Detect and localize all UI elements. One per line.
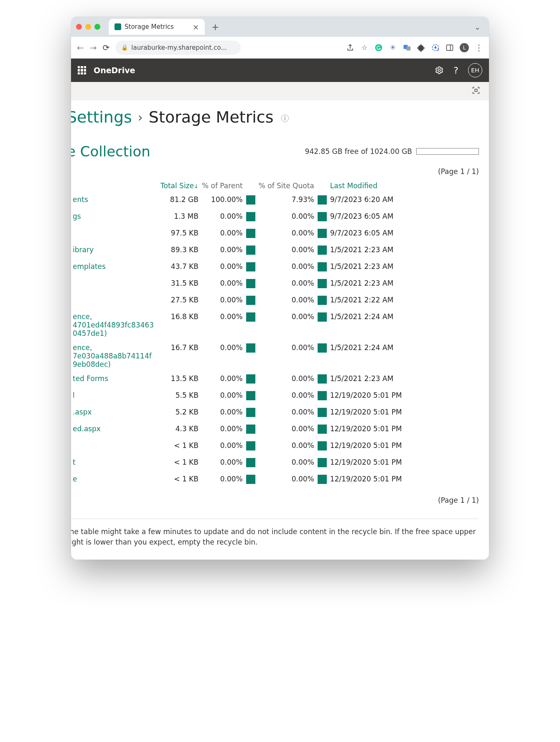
quota-text: 942.85 GB free of 1024.00 GB xyxy=(305,147,412,156)
col-pct-parent[interactable]: % of Parent xyxy=(200,179,244,192)
browser-tabbar: Storage Metrics × + ⌄ xyxy=(71,17,489,37)
row-name-link[interactable] xyxy=(71,293,159,310)
browser-toolbar: ← → ⟳ 🔒 lauraburke-my.sharepoint.co... ☆… xyxy=(71,37,489,59)
row-last-modified: 9/7/2023 6:20 AM xyxy=(328,192,479,209)
row-name-link[interactable]: ibrary xyxy=(71,243,159,259)
row-name-link[interactable]: e xyxy=(71,472,159,489)
row-quota-bar xyxy=(316,455,328,472)
row-parent-bar xyxy=(244,243,257,259)
row-size: 97.5 KB xyxy=(159,226,200,243)
row-pct-parent: 0.00% xyxy=(200,226,244,243)
row-size: < 1 KB xyxy=(159,472,200,489)
bookmark-icon[interactable]: ☆ xyxy=(360,43,369,52)
row-name-link[interactable]: .aspx xyxy=(71,405,159,422)
info-icon[interactable]: i xyxy=(281,115,289,122)
row-name-link[interactable] xyxy=(71,276,159,293)
row-quota-bar xyxy=(316,472,328,489)
row-name-link[interactable]: ence,4701ed4f4893fc834630457de1) xyxy=(71,310,159,340)
row-pct-quota: 7.93% xyxy=(257,192,316,209)
row-name-link[interactable]: gs xyxy=(71,209,159,226)
row-parent-bar xyxy=(244,259,257,276)
settings-gear-icon[interactable] xyxy=(435,66,444,75)
chevron-right-icon: › xyxy=(138,110,143,125)
row-parent-bar xyxy=(244,209,257,226)
extension-download-icon[interactable]: 3 xyxy=(431,43,440,52)
forward-button[interactable]: → xyxy=(90,43,97,53)
favicon-icon xyxy=(115,23,121,30)
pager-bottom: (Page 1 / 1) xyxy=(71,496,479,504)
breadcrumb-settings-link[interactable]: Settings xyxy=(71,108,132,126)
row-last-modified: 1/5/2021 2:22 AM xyxy=(328,293,479,310)
row-size: 89.3 KB xyxy=(159,243,200,259)
row-name-link[interactable]: l xyxy=(71,388,159,405)
table-row: 97.5 KB0.00%0.00%9/7/2023 6:05 AM xyxy=(71,226,479,243)
address-bar[interactable]: 🔒 lauraburke-my.sharepoint.co... xyxy=(115,41,241,55)
extension-snowflake-icon[interactable]: ✳ xyxy=(389,43,397,52)
close-window-button[interactable] xyxy=(76,24,82,30)
storage-table: Total Size↓ % of Parent % of Site Quota … xyxy=(71,179,479,489)
close-tab-button[interactable]: × xyxy=(193,23,199,31)
row-pct-quota: 0.00% xyxy=(257,422,316,438)
row-pct-parent: 0.00% xyxy=(200,438,244,455)
extension-translate-icon[interactable] xyxy=(403,43,411,52)
minimize-window-button[interactable] xyxy=(85,24,91,30)
fullscreen-window-button[interactable] xyxy=(94,24,100,30)
row-quota-bar xyxy=(316,293,328,310)
footer-note: the table might take a few minutes to up… xyxy=(71,519,479,547)
svg-point-0 xyxy=(375,44,382,51)
row-quota-bar xyxy=(316,340,328,371)
row-quota-bar xyxy=(316,209,328,226)
app-launcher-icon[interactable] xyxy=(78,66,86,74)
row-name-link[interactable]: ents xyxy=(71,192,159,209)
row-quota-bar xyxy=(316,438,328,455)
row-last-modified: 1/5/2021 2:24 AM xyxy=(328,340,479,371)
table-row: 27.5 KB0.00%0.00%1/5/2021 2:22 AM xyxy=(71,293,479,310)
row-name-link[interactable]: t xyxy=(71,455,159,472)
row-name-link[interactable]: ted Forms xyxy=(71,371,159,388)
row-parent-bar xyxy=(244,472,257,489)
table-row: 31.5 KB0.00%0.00%1/5/2021 2:23 AM xyxy=(71,276,479,293)
share-icon[interactable] xyxy=(346,43,354,52)
row-name-link[interactable]: ence,7e030a488a8b74114f9eb08dec) xyxy=(71,340,159,371)
table-row: ibrary89.3 KB0.00%0.00%1/5/2021 2:23 AM xyxy=(71,243,479,259)
row-parent-bar xyxy=(244,422,257,438)
back-button[interactable]: ← xyxy=(77,43,84,53)
svg-rect-5 xyxy=(447,45,453,50)
tab-title: Storage Metrics xyxy=(125,23,174,31)
row-pct-parent: 0.00% xyxy=(200,310,244,340)
row-name-link[interactable]: ed.aspx xyxy=(71,422,159,438)
reload-button[interactable]: ⟳ xyxy=(103,43,110,53)
focus-mode-icon[interactable] xyxy=(471,86,481,97)
user-avatar[interactable]: EH xyxy=(468,63,482,77)
row-quota-bar xyxy=(316,405,328,422)
extension-grammarly-icon[interactable] xyxy=(374,43,383,52)
row-name-link[interactable]: emplates xyxy=(71,259,159,276)
row-quota-bar xyxy=(316,259,328,276)
help-icon[interactable]: ? xyxy=(451,66,461,75)
row-quota-bar xyxy=(316,388,328,405)
col-pct-quota[interactable]: % of Site Quota xyxy=(257,179,316,192)
browser-tab[interactable]: Storage Metrics × xyxy=(109,19,205,35)
row-size: 31.5 KB xyxy=(159,276,200,293)
row-pct-quota: 0.00% xyxy=(257,226,316,243)
row-size: < 1 KB xyxy=(159,438,200,455)
row-name-link[interactable] xyxy=(71,438,159,455)
extensions-menu-icon[interactable] xyxy=(417,43,425,52)
row-pct-quota: 0.00% xyxy=(257,438,316,455)
browser-menu-button[interactable]: ⋮ xyxy=(475,43,483,53)
new-tab-button[interactable]: + xyxy=(208,22,222,32)
profile-avatar[interactable]: L xyxy=(460,43,469,52)
row-parent-bar xyxy=(244,310,257,340)
col-last-modified[interactable]: Last Modified xyxy=(328,179,479,192)
tabs-overflow-button[interactable]: ⌄ xyxy=(471,23,484,31)
row-pct-quota: 0.00% xyxy=(257,388,316,405)
sidepanel-icon[interactable] xyxy=(445,43,454,52)
url-text: lauraburke-my.sharepoint.co... xyxy=(131,44,235,51)
row-last-modified: 1/5/2021 2:24 AM xyxy=(328,310,479,340)
row-last-modified: 12/19/2020 5:01 PM xyxy=(328,438,479,455)
row-pct-quota: 0.00% xyxy=(257,276,316,293)
row-last-modified: 12/19/2020 5:01 PM xyxy=(328,455,479,472)
col-total-size[interactable]: Total Size↓ xyxy=(159,179,200,192)
row-parent-bar xyxy=(244,388,257,405)
row-name-link[interactable] xyxy=(71,226,159,243)
